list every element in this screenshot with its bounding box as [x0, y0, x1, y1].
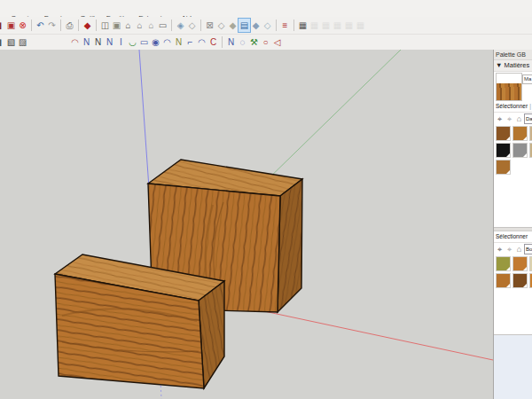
textured-line-tool-icon[interactable]: N [92, 35, 104, 49]
circle-red-tool-icon[interactable]: ○ [260, 35, 271, 49]
camera-top-icon[interactable]: ▣ [111, 19, 122, 32]
solid-outer-shell-icon[interactable]: ▦ [297, 19, 309, 32]
style-xray-icon[interactable]: ◈ [175, 19, 186, 32]
toolbar-separator [276, 20, 277, 31]
style-shaded-textures-icon[interactable]: ▤ [239, 19, 250, 32]
collapse-arrow-icon[interactable]: ▼ [496, 61, 502, 69]
undo-icon[interactable]: ↶ [35, 19, 46, 32]
tab-select[interactable]: Sélectionner [496, 103, 528, 109]
back-arrows-icon[interactable]: ⌖ [495, 114, 505, 124]
materials-header-label: Matières [505, 61, 530, 69]
solid-intersect-icon[interactable]: ▦ [309, 19, 320, 32]
print-icon[interactable]: ⎙ [64, 19, 75, 32]
circle-tool-icon[interactable]: ◉ [150, 35, 161, 49]
draw-tools-group: ◠NNNI◡▭◉◠N⌐◠CN◌⚒○◁ [69, 35, 283, 49]
arc2-tool-icon[interactable]: ◠ [196, 35, 207, 49]
rectangle-tool-icon[interactable]: ▭ [138, 35, 150, 49]
line-tool-icon[interactable]: N [81, 35, 92, 49]
toolbar-separator [171, 20, 172, 31]
materials-section-header[interactable]: ▼ Matières [494, 60, 532, 72]
material-tools-group: ▮▧▨ [0, 35, 28, 49]
arc-corner-tool-icon[interactable]: ⌐ [184, 35, 196, 49]
arc-green-tool-icon[interactable]: ◡ [127, 35, 138, 49]
material-project-icon[interactable]: ▨ [17, 35, 28, 49]
paint-bucket-icon[interactable]: ◆ [82, 19, 93, 32]
tray-title[interactable]: Palette GB [494, 50, 532, 60]
material-preview[interactable] [496, 73, 522, 101]
material-gray[interactable] [512, 143, 528, 158]
material-wood-dark[interactable] [496, 126, 511, 141]
texture-corner-marker [523, 137, 527, 140]
view-back-icon[interactable]: ⌂ [145, 19, 157, 32]
camera-iso-icon[interactable]: ◫ [99, 19, 111, 32]
view-right-icon[interactable]: ⌂ [134, 19, 145, 32]
menu-bar: AffichageCaméraDessinerOutilsFenêtreExte… [0, 8, 532, 17]
pie-tool-icon[interactable]: ◁ [271, 35, 283, 49]
polyline-tool-icon[interactable]: N [104, 35, 115, 49]
viewport-3d[interactable] [0, 50, 493, 399]
texture-corner-marker [523, 267, 527, 270]
material-wood-medium[interactable] [512, 126, 528, 141]
solid-subtract-icon[interactable]: ▦ [332, 19, 343, 32]
toolbar-separator [222, 36, 223, 48]
tab-separator: | [529, 103, 531, 109]
collection-dropdown-1[interactable]: Dans le modèle [524, 113, 532, 124]
toolbar-separator [78, 20, 79, 31]
sketchup-window: SketchUp Make 2017 AffichageCaméraDessin… [0, 0, 532, 399]
material-preview-texture [497, 83, 521, 100]
tray-empty-area [494, 334, 532, 399]
materials-grid-2 [494, 255, 532, 289]
style-backedges-icon[interactable]: ◇ [186, 19, 198, 32]
palette-tray: Palette GB ▼ Matières Ma Sélectionner|Éd… [493, 50, 532, 399]
zigzag-olive-tool-icon[interactable]: N [173, 35, 184, 49]
polyline2-tool-icon[interactable]: N [225, 35, 237, 49]
style-hiddenline-icon[interactable]: ◇ [215, 19, 227, 32]
redo-icon[interactable]: ↷ [46, 19, 58, 32]
wrench-tool-icon[interactable]: ⚒ [248, 35, 260, 49]
style-monochrome2-icon[interactable]: ◇ [262, 19, 273, 32]
collection-dropdown-2[interactable]: Bois [524, 244, 532, 254]
view-left-icon[interactable]: ▭ [157, 19, 168, 32]
material-dark-wood[interactable] [512, 273, 528, 288]
back-arrows-icon-2[interactable]: ⌖ [495, 245, 505, 254]
material-position-icon[interactable]: ▧ [5, 35, 17, 49]
in-model-icon[interactable]: ⌂ [514, 114, 524, 123]
materials-grid-1 [494, 125, 532, 176]
style-wireframe-icon[interactable]: ⊠ [204, 19, 215, 32]
forward-arrows-icon[interactable]: ⌖ [505, 114, 514, 124]
texture-corner-marker [506, 284, 510, 287]
document-icon[interactable]: ▣ [5, 19, 17, 32]
material-wood[interactable] [496, 160, 511, 175]
material-black[interactable] [496, 143, 511, 158]
style-monochrome-icon[interactable]: ◆ [250, 19, 262, 32]
dashed-polygon-tool-icon[interactable]: ◌ [237, 35, 248, 49]
style-shaded-icon[interactable]: ◆ [227, 19, 239, 32]
texture-corner-marker [523, 284, 527, 287]
arc-red-tool-icon[interactable]: C [207, 35, 219, 49]
guide-tool-icon[interactable]: I [115, 35, 127, 49]
material-name-field[interactable]: Ma [522, 74, 532, 84]
title-bar: SketchUp Make 2017 [0, 0, 532, 8]
materials-tabs: Sélectionner|Éditer [494, 101, 532, 113]
materials-nav-row-1: ⌖ ⌖ ⌂ Dans le modèle [494, 113, 532, 125]
material-orange-wood[interactable] [512, 256, 528, 271]
materials-nav-row-2: ⌖ ⌖ ⌂ Bois [494, 243, 532, 255]
stairs-icon[interactable]: ≡ [279, 19, 291, 32]
drawing-toolbar: ▮▧▨ ◠NNNI◡▭◉◠N⌐◠CN◌⚒○◁ [0, 35, 532, 51]
tab-select-2[interactable]: Sélectionner [496, 233, 528, 239]
materials-tabs-2: Sélectionner [494, 231, 532, 243]
material-brown-wood[interactable] [496, 273, 511, 288]
toolbar-separator [96, 20, 97, 31]
solid-trim-icon[interactable]: ▦ [343, 19, 355, 32]
solid-union-icon[interactable]: ▦ [320, 19, 332, 32]
material-olive-wood[interactable] [496, 256, 511, 271]
toolbar-separator [31, 20, 32, 31]
arc-tool-icon[interactable]: ◠ [161, 35, 173, 49]
freehand-dashed-arc-icon[interactable]: ◠ [69, 35, 81, 49]
forward-arrows-icon-2[interactable]: ⌖ [505, 245, 514, 254]
toolbar-separator [60, 20, 61, 31]
view-front-icon[interactable]: ⌂ [122, 19, 134, 32]
in-model-icon-2[interactable]: ⌂ [514, 245, 524, 254]
cancel-icon[interactable]: ⊗ [17, 19, 28, 32]
solid-split-icon[interactable]: ▦ [355, 19, 366, 32]
